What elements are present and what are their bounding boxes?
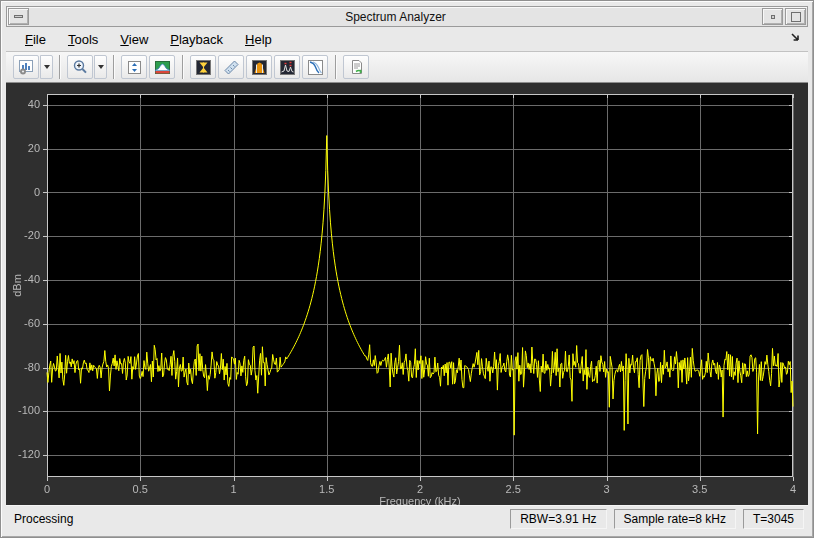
toolbar [6,52,808,83]
maximize-button[interactable] [785,8,806,25]
spectrum-settings-dropdown[interactable] [40,55,53,79]
menu-tools[interactable]: Tools [57,29,109,50]
generate-script-button[interactable] [343,55,369,79]
zoom-icon [72,59,89,76]
dropdown-caret-icon [44,65,50,69]
plot-region [6,83,808,505]
title-bar[interactable]: Spectrum Analyzer [6,6,808,27]
zoom-dropdown[interactable] [94,55,107,79]
channel-measurements-icon [251,59,268,76]
zoom-button[interactable] [67,55,93,79]
spectrum-plot[interactable] [8,83,806,505]
autoscale-axes-icon [126,59,143,76]
rbw-readout: RBW=3.91 Hz [510,509,606,529]
window-title: Spectrum Analyzer [30,10,761,24]
toolbar-separator [335,55,336,79]
channel-measurements-button[interactable] [246,55,272,79]
spectral-mask-button[interactable] [149,55,175,79]
maximize-icon [791,12,801,22]
minimize-icon [771,15,775,19]
menu-bar: File Tools View Playback Help [6,27,808,52]
status-bar: Processing RBW=3.91 Hz Sample rate=8 kHz… [6,505,808,532]
sample-rate-readout: Sample rate=8 kHz [614,509,736,529]
spectrum-settings-button[interactable] [13,55,39,79]
peak-finder-icon [279,59,296,76]
dock-arrow-icon[interactable] [790,30,802,48]
window-menu-button[interactable] [8,8,29,25]
cursor-measurements-button[interactable] [190,55,216,79]
spectral-mask-icon [154,59,171,76]
generate-script-icon [348,59,365,76]
menu-help[interactable]: Help [234,29,283,50]
toolbar-separator [59,55,60,79]
window-menu-icon [14,15,23,18]
distortion-measurements-button[interactable] [218,55,244,79]
menu-playback[interactable]: Playback [159,29,234,50]
minimize-button[interactable] [762,8,783,25]
status-message: Processing [10,512,503,526]
spectrum-analyzer-window: Spectrum Analyzer File Tools View Playba… [0,0,814,538]
spectrum-settings-icon [18,59,35,76]
menu-view[interactable]: View [109,29,159,50]
menu-file[interactable]: File [14,29,57,50]
time-readout: T=3045 [743,509,804,529]
toolbar-separator [182,55,183,79]
autoscale-axes-button[interactable] [121,55,147,79]
ccdf-measurements-button[interactable] [302,55,328,79]
dropdown-caret-icon [98,65,104,69]
ccdf-measurements-icon [307,59,324,76]
toolbar-separator [113,55,114,79]
cursor-measurements-icon [195,59,212,76]
distortion-measurements-icon [223,59,240,76]
peak-finder-button[interactable] [274,55,300,79]
